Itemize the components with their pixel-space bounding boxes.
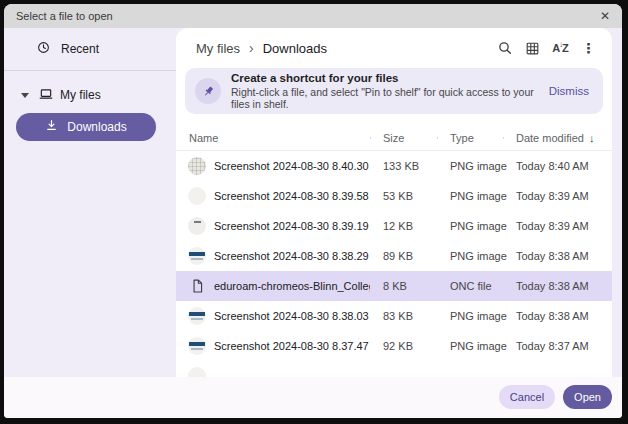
more-options-icon[interactable]: ⋮ bbox=[577, 36, 600, 60]
file-type: PNG image bbox=[437, 310, 503, 322]
file-row[interactable]: eduroam-chromeos-Blinn_College.onc8 KBON… bbox=[176, 271, 612, 301]
file-name: Screenshot 2024-08-30 8.40.30 AM... bbox=[214, 160, 370, 172]
breadcrumb-current[interactable]: Downloads bbox=[263, 41, 327, 56]
file-date-modified: Today 8:39 AM bbox=[503, 190, 612, 202]
file-name: eduroam-chromeos-Blinn_College.onc bbox=[214, 280, 370, 292]
file-row[interactable]: Screenshot 2024-08-30 8.37.47 AM....92 K… bbox=[176, 331, 612, 361]
pin-icon bbox=[195, 78, 221, 104]
sort-letter-z: Z bbox=[562, 42, 569, 54]
dismiss-button[interactable]: Dismiss bbox=[549, 85, 589, 97]
banner-subtitle: Right-click a file, and select "Pin to s… bbox=[231, 86, 539, 110]
column-header-date-modified[interactable]: Date modified ↓ bbox=[503, 132, 612, 144]
column-header-type[interactable]: Type bbox=[437, 132, 503, 144]
file-list: Screenshot 2024-08-30 8.40.30 AM...133 K… bbox=[176, 151, 612, 377]
file-row[interactable]: Screenshot 2024-08-30 8.38.29 AM....89 K… bbox=[176, 241, 612, 271]
column-header-size[interactable]: Size bbox=[370, 132, 437, 144]
file-name-cell bbox=[176, 367, 370, 377]
file-thumbnail-icon bbox=[188, 187, 206, 205]
file-date-modified: Today 8:37 AM bbox=[503, 340, 612, 352]
file-size: 8 KB bbox=[370, 280, 437, 292]
file-type: ONC file bbox=[437, 280, 503, 292]
file-date-modified: Today 8:38 AM bbox=[503, 310, 612, 322]
file-name: Screenshot 2024-08-30 8.38.29 AM.... bbox=[214, 250, 370, 262]
file-name: Screenshot 2024-08-30 8.39.19 AM.... bbox=[214, 220, 370, 232]
file-name: Screenshot 2024-08-30 8.39.58 AM.... bbox=[214, 190, 370, 202]
open-button[interactable]: Open bbox=[563, 385, 612, 409]
file-picker-dialog: Select a file to open ✕ Recent bbox=[4, 4, 622, 418]
file-type: PNG image bbox=[437, 160, 503, 172]
file-name-cell: Screenshot 2024-08-30 8.40.30 AM... bbox=[176, 157, 370, 175]
dialog-title: Select a file to open bbox=[16, 10, 113, 22]
grid-view-icon[interactable] bbox=[521, 36, 544, 60]
dialog-footer: Cancel Open bbox=[4, 377, 622, 418]
file-thumbnail-icon bbox=[188, 337, 206, 355]
sort-direction-icon: ↓ bbox=[589, 132, 595, 144]
file-row[interactable]: Screenshot 2024-08-30 8.39.19 AM....12 K… bbox=[176, 211, 612, 241]
main-area: My files › Downloads bbox=[176, 28, 622, 377]
file-thumbnail-icon bbox=[188, 247, 206, 265]
file-type: PNG image bbox=[437, 220, 503, 232]
dialog-body: Recent My files bbox=[4, 28, 622, 377]
file-size: 92 KB bbox=[370, 340, 437, 352]
file-name-cell: Screenshot 2024-08-30 8.39.19 AM.... bbox=[176, 217, 370, 235]
sidebar-item-label: My files bbox=[60, 88, 101, 102]
file-date-modified: Today 8:38 AM bbox=[503, 280, 612, 292]
sidebar-item-recent[interactable]: Recent bbox=[4, 35, 176, 63]
file-row[interactable]: Screenshot 2024-08-30 8.40.30 AM...133 K… bbox=[176, 151, 612, 181]
clock-icon bbox=[37, 41, 50, 57]
file-size: 133 KB bbox=[370, 160, 437, 172]
file-browser-panel: My files › Downloads bbox=[176, 28, 612, 377]
download-icon bbox=[45, 119, 58, 135]
banner-text: Create a shortcut for your files Right-c… bbox=[231, 72, 539, 110]
banner-title: Create a shortcut for your files bbox=[231, 72, 539, 84]
file-name-cell: eduroam-chromeos-Blinn_College.onc bbox=[176, 277, 370, 295]
file-type: PNG image bbox=[437, 250, 503, 262]
file-date-modified: Today 8:40 AM bbox=[503, 160, 612, 172]
breadcrumb-separator-icon: › bbox=[249, 41, 254, 55]
shortcut-banner: Create a shortcut for your files Right-c… bbox=[185, 68, 603, 114]
file-thumbnail-icon bbox=[188, 367, 206, 377]
sidebar: Recent My files bbox=[4, 28, 176, 377]
sidebar-item-label: Recent bbox=[61, 42, 99, 56]
file-name-cell: Screenshot 2024-08-30 8.38.29 AM.... bbox=[176, 247, 370, 265]
file-type: PNG image bbox=[437, 340, 503, 352]
file-row[interactable]: Screenshot 2024-08-30 8.39.58 AM....53 K… bbox=[176, 181, 612, 211]
screenshot-frame: Select a file to open ✕ Recent bbox=[0, 0, 628, 424]
file-thumbnail-icon bbox=[188, 307, 206, 325]
sidebar-item-downloads[interactable]: Downloads bbox=[16, 113, 156, 141]
sidebar-item-my-files[interactable]: My files bbox=[4, 81, 176, 109]
file-name-cell: Screenshot 2024-08-30 8.37.47 AM.... bbox=[176, 337, 370, 355]
breadcrumb-root[interactable]: My files bbox=[196, 41, 240, 56]
file-name-cell: Screenshot 2024-08-30 8.38.03 AM.... bbox=[176, 307, 370, 325]
sidebar-divider bbox=[4, 70, 176, 71]
file-row[interactable]: Screenshot 2024-08-30 8.38.03 AM....83 K… bbox=[176, 301, 612, 331]
file-name: Screenshot 2024-08-30 8.38.03 AM.... bbox=[214, 310, 370, 322]
file-name-cell: Screenshot 2024-08-30 8.39.58 AM.... bbox=[176, 187, 370, 205]
cancel-button[interactable]: Cancel bbox=[499, 385, 555, 409]
file-name: Screenshot 2024-08-30 8.37.47 AM.... bbox=[214, 340, 370, 352]
sort-arrow-glyph: ↓ bbox=[559, 40, 563, 49]
close-icon[interactable]: ✕ bbox=[600, 10, 610, 22]
file-size: 89 KB bbox=[370, 250, 437, 262]
file-thumbnail-icon bbox=[188, 157, 206, 175]
column-header-name[interactable]: Name bbox=[176, 132, 370, 144]
laptop-icon bbox=[39, 87, 53, 104]
search-icon[interactable] bbox=[493, 36, 516, 60]
file-size: 83 KB bbox=[370, 310, 437, 322]
file-type: PNG image bbox=[437, 190, 503, 202]
file-document-icon bbox=[188, 277, 206, 295]
file-row[interactable] bbox=[176, 361, 612, 377]
toolbar: A↓Z ⋮ bbox=[493, 36, 600, 60]
file-thumbnail-icon bbox=[188, 217, 206, 235]
file-date-modified: Today 8:39 AM bbox=[503, 220, 612, 232]
expand-arrow-icon[interactable] bbox=[21, 93, 29, 98]
breadcrumb-bar: My files › Downloads bbox=[176, 28, 612, 66]
file-size: 53 KB bbox=[370, 190, 437, 202]
table-header: Name Size Type Date modified ↓ bbox=[176, 126, 612, 151]
dialog-titlebar: Select a file to open ✕ bbox=[4, 4, 622, 28]
sidebar-item-label: Downloads bbox=[67, 120, 126, 134]
file-date-modified: Today 8:38 AM bbox=[503, 250, 612, 262]
sort-az-icon[interactable]: A↓Z bbox=[549, 36, 572, 60]
file-size: 12 KB bbox=[370, 220, 437, 232]
